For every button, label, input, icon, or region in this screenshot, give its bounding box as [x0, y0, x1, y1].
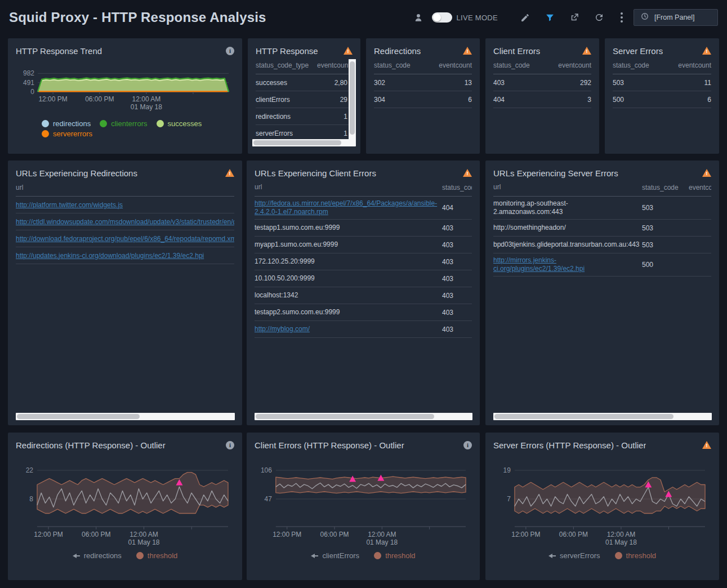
- panel-server-errors-outlier: Server Errors (HTTP Response) - Outlier …: [485, 433, 719, 580]
- column-header: eventcount: [672, 61, 711, 69]
- cell-text: 10.100.50.200:9999: [255, 274, 442, 283]
- cell-text: 403: [493, 79, 552, 87]
- horizontal-scrollbar-thumb[interactable]: [256, 414, 434, 419]
- url-link[interactable]: http://platform.twitter.com/widgets.js: [16, 201, 234, 209]
- horizontal-scrollbar-thumb[interactable]: [17, 414, 140, 419]
- horizontal-scrollbar-thumb[interactable]: [494, 414, 674, 419]
- user-icon[interactable]: [412, 11, 425, 24]
- legend-item: redirections: [42, 119, 91, 128]
- urls-redirections-table: urlhttp://platform.twitter.com/widgets.j…: [16, 179, 234, 264]
- panel-redirections-outlier: Redirections (HTTP Response) - Outlier 2…: [8, 433, 242, 580]
- info-icon[interactable]: [226, 441, 234, 449]
- info-icon[interactable]: [463, 441, 472, 449]
- table-row: http://platform.twitter.com/widgets.js: [16, 197, 234, 213]
- cell-text: 503: [642, 224, 684, 232]
- vertical-scrollbar[interactable]: [349, 59, 356, 145]
- live-mode-toggle[interactable]: [432, 12, 452, 23]
- url-link[interactable]: http://ctldl.windowsupdate.com/msdownloa…: [16, 218, 234, 226]
- legend-item: redirections: [73, 551, 122, 560]
- horizontal-scrollbar-thumb[interactable]: [253, 140, 341, 145]
- client-errors-outlier-chart: 1064712:00 PM06:00 PM12:00 AM01 May 18: [255, 453, 472, 549]
- panel-urls-client-errors: URLs Experiencing Client Errors urlstatu…: [247, 161, 480, 425]
- svg-text:47: 47: [265, 495, 273, 503]
- panel-title: Client Errors: [493, 46, 540, 56]
- legend-line-marker: [311, 554, 318, 558]
- legend-item-label: serverErrors: [560, 551, 600, 560]
- outlier-legend: clientErrorsthreshold: [247, 551, 480, 560]
- cell-text: 3: [552, 96, 591, 104]
- legend-dot-marker: [374, 552, 381, 559]
- live-mode-label: LIVE MODE: [457, 14, 498, 22]
- horizontal-scrollbar[interactable]: [16, 413, 235, 420]
- svg-text:12:00 AM: 12:00 AM: [130, 531, 158, 538]
- legend-item-label: clienterrors: [111, 119, 147, 128]
- table-row: http://updates.jenkins-ci.org/download/p…: [16, 247, 234, 264]
- svg-text:12:00 PM: 12:00 PM: [273, 531, 301, 538]
- legend-item-label: redirections: [84, 551, 122, 560]
- svg-text:19: 19: [503, 466, 511, 474]
- horizontal-scrollbar[interactable]: [493, 413, 712, 420]
- svg-text:12:00 PM: 12:00 PM: [34, 531, 63, 538]
- url-link[interactable]: http://mirrors.jenkins-ci.org/plugins/ec…: [493, 256, 642, 273]
- cell-text: 11: [672, 79, 711, 87]
- pencil-icon[interactable]: [519, 11, 531, 24]
- panel-title: URLs Experiencing Client Errors: [255, 168, 376, 178]
- svg-text:06:00 PM: 06:00 PM: [85, 95, 114, 103]
- legend-item-label: servererrors: [53, 130, 92, 138]
- url-link[interactable]: http://fedora.us.mirror.net/epel/7/x86_6…: [255, 199, 442, 216]
- warning-icon[interactable]: [225, 169, 234, 177]
- server-errors-outlier-svg: 19712:00 PM06:00 PM12:00 AM01 May 18: [493, 453, 711, 549]
- column-header: eventcount: [689, 184, 711, 191]
- warning-icon[interactable]: [582, 47, 591, 55]
- table-row: clientErrors29: [256, 91, 353, 108]
- cell-text: testapp2.sumo.com.eu:9999: [255, 308, 442, 317]
- cell-text: redirections: [256, 113, 317, 121]
- horizontal-scrollbar[interactable]: [252, 139, 356, 146]
- table-row: successes2,80: [256, 74, 353, 91]
- time-range-selector[interactable]: [From Panel]: [634, 9, 718, 26]
- cell-text: 503: [613, 79, 672, 87]
- table-header-row: status_codeeventcount: [374, 56, 472, 74]
- row-middle: URLs Experiencing Redirections urlhttp:/…: [8, 161, 727, 425]
- table-row: monitoring.ap-southeast-2.amazonaws.com:…: [493, 197, 711, 220]
- warning-icon[interactable]: [702, 47, 711, 55]
- legend-item: clientErrors: [311, 551, 359, 560]
- table-row: myapp1.sumo.com.eu:9999403: [255, 237, 472, 253]
- cell-text: 1: [317, 130, 353, 137]
- cell-text: successes: [256, 79, 317, 87]
- column-header: url: [255, 183, 442, 191]
- cell-text: 500: [642, 261, 684, 269]
- cell-text: 404: [442, 204, 472, 212]
- share-icon[interactable]: [568, 11, 581, 24]
- column-header: status_code: [493, 61, 552, 69]
- cell-text: 403: [442, 241, 472, 249]
- panel-http-response-trend: HTTP Response Trend 982491012:00 PM06:00…: [8, 38, 242, 154]
- warning-icon[interactable]: [463, 47, 472, 55]
- horizontal-scrollbar[interactable]: [255, 413, 472, 420]
- table-header-row: status_codeeventcount: [613, 56, 711, 74]
- dashboard-header: Squid Proxy - HTTP Response Analysis LIV…: [0, 0, 727, 35]
- warning-icon[interactable]: [702, 169, 711, 177]
- filter-icon[interactable]: [543, 11, 556, 24]
- warning-icon[interactable]: [344, 47, 353, 55]
- cell-text: monitoring.ap-southeast-2.amazonaws.com:…: [493, 199, 642, 216]
- url-link[interactable]: http://download.fedoraproject.org/pub/ep…: [16, 235, 234, 243]
- redirections-outlier-chart: 22812:00 PM06:00 PM12:00 AM01 May 18: [16, 453, 234, 549]
- url-link[interactable]: http://myblog.com/: [255, 325, 442, 333]
- legend-dot-marker: [615, 552, 622, 559]
- http-response-table: status_code_typeeventcountsuccesses2,80c…: [256, 56, 353, 142]
- url-link[interactable]: http://updates.jenkins-ci.org/download/p…: [16, 252, 234, 260]
- refresh-icon[interactable]: [593, 11, 605, 24]
- table-row: http://mirrors.jenkins-ci.org/plugins/ec…: [493, 253, 711, 277]
- svg-text:01 May 18: 01 May 18: [366, 538, 398, 546]
- legend-item-label: clientErrors: [322, 551, 359, 560]
- table-row: 10.100.50.200:9999403: [255, 270, 472, 287]
- table-header-row: urlstatus_codeeventcount: [493, 179, 711, 197]
- warning-icon[interactable]: [702, 441, 711, 449]
- warning-icon[interactable]: [463, 169, 472, 177]
- kebab-menu-icon[interactable]: [618, 12, 626, 23]
- info-icon[interactable]: [226, 47, 234, 55]
- vertical-scrollbar-thumb[interactable]: [350, 61, 355, 135]
- panel-redirections: Redirections status_codeeventcount302133…: [366, 38, 480, 154]
- legend-dot-marker: [42, 130, 49, 137]
